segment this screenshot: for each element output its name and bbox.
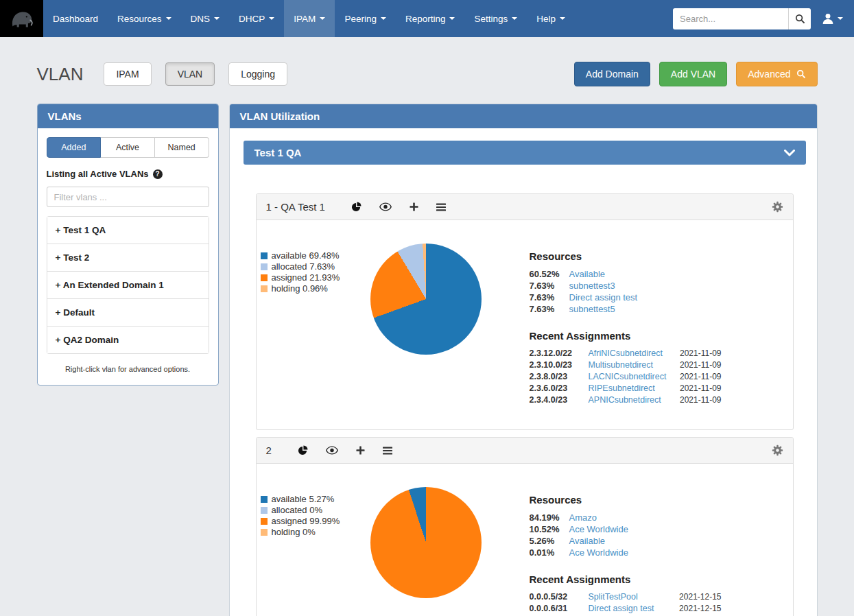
resource-link[interactable]: Available	[569, 535, 606, 547]
nav-item[interactable]: Reporting	[396, 0, 465, 37]
resource-link[interactable]: subnettest3	[569, 280, 615, 292]
search-input[interactable]	[673, 8, 788, 29]
nav-item-label: Settings	[474, 14, 508, 24]
mammoth-logo-icon	[8, 4, 36, 33]
assignment-cidr: 0.0.0.6/31	[530, 603, 583, 615]
nav-item[interactable]: Resources	[108, 0, 181, 37]
assignment-link[interactable]: AfriNICsubnetdirect	[589, 348, 663, 359]
vlan-list-tab[interactable]: Active	[101, 137, 155, 158]
utilization-pie-chart	[370, 244, 482, 355]
assignment-row: 0.0.0.6/31 Direct assign test 2021-12-15	[530, 603, 722, 615]
legend-label: holding 0%	[272, 527, 316, 538]
menu-bars-icon[interactable]	[436, 203, 446, 211]
advanced-button[interactable]: Advanced	[736, 62, 817, 86]
nav-item[interactable]: DHCP	[229, 0, 284, 37]
menu-bars-icon[interactable]	[383, 447, 392, 455]
assignment-date: 2021-11-09	[680, 371, 722, 383]
resources-title: Resources	[530, 250, 722, 262]
resource-row: 7.63% Direct assign test	[530, 292, 722, 303]
page-container: VLAN IPAM VLAN Logging Add Domain Add VL…	[37, 62, 818, 616]
eye-icon[interactable]	[326, 446, 338, 455]
assignment-link[interactable]: Multisubnetdirect	[589, 359, 654, 371]
assignment-date: 2021-12-15	[679, 591, 721, 603]
search-button[interactable]	[788, 8, 811, 29]
vlan-list-item[interactable]: + Test 2	[47, 244, 209, 272]
vlan-list-item[interactable]: + An Extended Domain 1	[47, 272, 209, 299]
nav-menu: Dashboard Resources DNS DHCP IPAM Peerin…	[43, 0, 575, 37]
view-button[interactable]: Logging	[228, 62, 287, 86]
legend-label: holding 0.96%	[272, 283, 328, 294]
nav-item-label: DHCP	[239, 14, 265, 24]
resource-link[interactable]: Direct assign test	[569, 292, 638, 303]
chevron-down-icon[interactable]	[784, 150, 795, 156]
pie-legend: available 5.27% allocated 0% assigned 99…	[261, 494, 362, 615]
vlan-card-header: 2	[257, 438, 793, 464]
gear-icon[interactable]	[772, 445, 783, 456]
vlan-list-item[interactable]: + QA2 Domain	[47, 327, 209, 353]
add-vlan-button[interactable]: Add VLAN	[659, 62, 727, 86]
resource-link[interactable]: Ace Worldwide	[569, 523, 628, 535]
user-icon	[822, 12, 834, 25]
resource-percent: 0.01%	[530, 547, 562, 558]
vlans-panel-title: VLANs	[38, 104, 218, 128]
legend-label: available 69.48%	[272, 250, 340, 261]
pie-chart-view-icon[interactable]	[351, 202, 361, 212]
plus-icon[interactable]	[410, 202, 418, 211]
nav-item[interactable]: Help	[527, 0, 575, 37]
vlan-filter-input[interactable]	[47, 187, 209, 207]
assignment-row: 2.3.6.0/23 RIPEsubnetdirect 2021-11-09	[530, 383, 722, 394]
assignment-link[interactable]: APNICsubnetdirect	[589, 394, 661, 406]
plus-icon[interactable]	[356, 446, 365, 455]
resource-percent: 7.63%	[530, 292, 562, 303]
resource-link[interactable]: Ace Worldwide	[569, 547, 628, 558]
resource-row: 10.52% Ace Worldwide	[530, 523, 722, 535]
caret-down-icon	[449, 17, 455, 20]
nav-item[interactable]: Settings	[464, 0, 527, 37]
resource-percent: 60.52%	[530, 268, 562, 280]
resource-percent: 10.52%	[530, 523, 562, 535]
nav-item[interactable]: Peering	[335, 0, 396, 37]
nav-item-label: IPAM	[294, 14, 316, 24]
vlans-panel-body: Added Active Named Listing all Active VL…	[38, 128, 218, 385]
vlan-list-item[interactable]: + Test 1 QA	[47, 217, 209, 244]
assignment-link[interactable]: LACNICsubnetdirect	[589, 371, 667, 383]
vlan-list-tabs: Added Active Named	[47, 137, 209, 158]
user-menu[interactable]	[822, 12, 843, 25]
assignments-title: Recent Assignments	[530, 330, 722, 342]
assignments-list: 2.3.12.0/22 AfriNICsubnetdirect 2021-11-…	[530, 348, 722, 406]
vlan-list-tab[interactable]: Added	[47, 137, 102, 158]
nav-item[interactable]: IPAM	[284, 0, 335, 37]
vlan-section-header[interactable]: Test 1 QA	[244, 141, 806, 165]
legend-swatch	[261, 285, 268, 292]
assignment-cidr: 2.3.6.0/23	[530, 383, 583, 394]
gear-icon[interactable]	[772, 201, 783, 213]
nav-item-label: Dashboard	[53, 14, 98, 24]
view-button[interactable]: IPAM	[104, 62, 151, 86]
eye-icon[interactable]	[379, 202, 392, 211]
legend-item: available 5.27%	[261, 494, 362, 505]
resource-link[interactable]: Available	[569, 268, 606, 280]
caret-down-icon	[512, 17, 517, 20]
nav-item[interactable]: DNS	[181, 0, 230, 37]
pie-legend: available 69.48% allocated 7.63% assigne…	[261, 250, 362, 406]
assignment-link[interactable]: SplitTestPool	[589, 591, 638, 603]
assignment-link[interactable]: RIPEsubnetdirect	[589, 383, 655, 394]
resource-link[interactable]: Amazo	[569, 512, 597, 523]
vlan-list-tab[interactable]: Named	[155, 137, 209, 158]
assignment-row: 0.0.0.5/32 SplitTestPool 2021-12-15	[530, 591, 722, 603]
pie-chart-view-icon[interactable]	[298, 445, 308, 455]
add-domain-button[interactable]: Add Domain	[574, 62, 650, 86]
legend-label: assigned 99.99%	[272, 516, 340, 527]
legend-label: assigned 21.93%	[272, 272, 340, 283]
legend-swatch	[261, 518, 268, 525]
view-button[interactable]: VLAN	[165, 62, 215, 86]
legend-item: available 69.48%	[261, 250, 362, 261]
legend-item: allocated 0%	[261, 505, 362, 516]
vlan-list-item[interactable]: + Default	[47, 299, 209, 327]
help-icon[interactable]: ?	[153, 169, 163, 179]
page-title: VLAN	[37, 64, 84, 85]
app-logo[interactable]	[0, 0, 43, 37]
assignment-link[interactable]: Direct assign test	[589, 603, 654, 615]
nav-item[interactable]: Dashboard	[43, 0, 108, 37]
resource-link[interactable]: subnettest5	[569, 303, 615, 315]
